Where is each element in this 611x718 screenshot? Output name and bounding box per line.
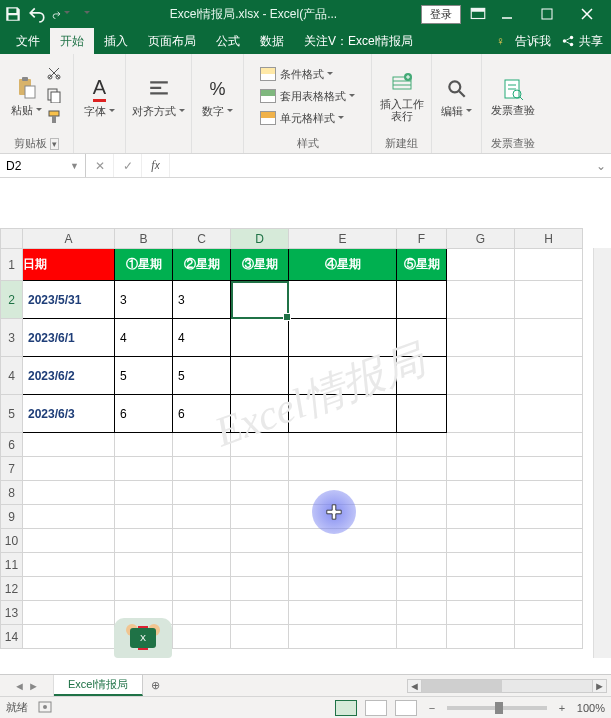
horizontal-scrollbar[interactable]: ◄ ►	[407, 679, 607, 693]
fx-icon[interactable]: fx	[142, 154, 170, 177]
cut-icon[interactable]	[46, 65, 62, 83]
cell[interactable]	[515, 481, 583, 505]
zoom-slider[interactable]	[447, 706, 547, 710]
cell[interactable]	[23, 625, 115, 649]
number-button[interactable]: %数字	[202, 76, 233, 119]
cell[interactable]	[115, 457, 173, 481]
cancel-formula-icon[interactable]: ✕	[86, 154, 114, 177]
undo-icon[interactable]	[28, 5, 46, 23]
cell[interactable]: 5	[115, 357, 173, 395]
cell[interactable]	[515, 249, 583, 281]
row-header[interactable]: 4	[1, 357, 23, 395]
cell[interactable]: 3	[115, 281, 173, 319]
cell[interactable]	[447, 625, 515, 649]
cell[interactable]	[23, 457, 115, 481]
row-header[interactable]: 3	[1, 319, 23, 357]
cell[interactable]	[23, 481, 115, 505]
paste-button[interactable]: 粘贴	[11, 75, 42, 118]
tell-me[interactable]: 告诉我	[515, 33, 551, 50]
cell[interactable]	[397, 281, 447, 319]
cell[interactable]	[173, 529, 231, 553]
cell[interactable]	[23, 529, 115, 553]
cell[interactable]	[231, 457, 289, 481]
tab-formulas[interactable]: 公式	[206, 28, 250, 54]
cell[interactable]	[231, 433, 289, 457]
cell[interactable]	[515, 457, 583, 481]
row-header[interactable]: 7	[1, 457, 23, 481]
cell[interactable]	[289, 395, 397, 433]
row-header[interactable]: 2	[1, 281, 23, 319]
cell[interactable]	[289, 433, 397, 457]
cell[interactable]	[231, 529, 289, 553]
cell[interactable]	[289, 457, 397, 481]
name-box[interactable]: D2 ▼	[0, 154, 86, 177]
cell[interactable]	[397, 529, 447, 553]
cell[interactable]: 2023/6/3	[23, 395, 115, 433]
view-page-break-button[interactable]	[395, 700, 417, 716]
ribbon-display-icon[interactable]	[469, 5, 487, 23]
cell[interactable]	[397, 481, 447, 505]
cell[interactable]	[515, 577, 583, 601]
col-header[interactable]: G	[447, 229, 515, 249]
row-header[interactable]: 13	[1, 601, 23, 625]
cell[interactable]	[515, 281, 583, 319]
col-header[interactable]: F	[397, 229, 447, 249]
select-all-corner[interactable]	[1, 229, 23, 249]
cell[interactable]	[515, 553, 583, 577]
cell[interactable]	[231, 319, 289, 357]
cell[interactable]: ⑤星期	[397, 249, 447, 281]
cell[interactable]	[447, 505, 515, 529]
col-header[interactable]: C	[173, 229, 231, 249]
macro-record-icon[interactable]	[38, 700, 52, 716]
cell[interactable]	[23, 505, 115, 529]
tab-home[interactable]: 开始	[50, 28, 94, 54]
close-button[interactable]	[567, 0, 607, 28]
cell[interactable]	[447, 529, 515, 553]
cell[interactable]	[115, 481, 173, 505]
cell[interactable]	[231, 553, 289, 577]
scroll-right-icon[interactable]: ►	[592, 680, 606, 692]
tab-insert[interactable]: 插入	[94, 28, 138, 54]
cell[interactable]	[515, 319, 583, 357]
cell[interactable]	[231, 505, 289, 529]
cell[interactable]	[397, 601, 447, 625]
cell[interactable]: 3	[173, 281, 231, 319]
col-header[interactable]: D	[231, 229, 289, 249]
formula-input[interactable]	[170, 154, 591, 177]
cell[interactable]	[397, 625, 447, 649]
cell[interactable]	[173, 625, 231, 649]
cell[interactable]: 5	[173, 357, 231, 395]
vertical-scrollbar[interactable]	[593, 248, 611, 658]
cell[interactable]: 2023/5/31	[23, 281, 115, 319]
cell[interactable]	[447, 601, 515, 625]
sheet-tab[interactable]: Excel情报局	[54, 675, 143, 696]
zoom-in-button[interactable]: +	[555, 702, 569, 714]
cell[interactable]	[515, 505, 583, 529]
cell[interactable]	[515, 529, 583, 553]
col-header[interactable]: H	[515, 229, 583, 249]
col-header[interactable]: B	[115, 229, 173, 249]
cell[interactable]: ④星期	[289, 249, 397, 281]
enter-formula-icon[interactable]: ✓	[114, 154, 142, 177]
cell[interactable]	[447, 319, 515, 357]
cell[interactable]: 6	[173, 395, 231, 433]
insert-worksheet-button[interactable]: 插入工作表行	[378, 70, 425, 122]
save-icon[interactable]	[4, 5, 22, 23]
cell[interactable]	[515, 357, 583, 395]
view-page-layout-button[interactable]	[365, 700, 387, 716]
cell[interactable]	[397, 433, 447, 457]
tab-custom[interactable]: 关注V：Excel情报局	[294, 28, 423, 54]
name-box-dropdown-icon[interactable]: ▼	[70, 161, 79, 171]
row-header[interactable]: 11	[1, 553, 23, 577]
login-button[interactable]: 登录	[421, 5, 461, 24]
expand-formula-bar-icon[interactable]: ⌄	[591, 154, 611, 177]
cell[interactable]	[397, 457, 447, 481]
cell[interactable]	[23, 577, 115, 601]
row-header[interactable]: 10	[1, 529, 23, 553]
row-header[interactable]: 1	[1, 249, 23, 281]
cell[interactable]	[515, 395, 583, 433]
cell[interactable]	[173, 481, 231, 505]
font-button[interactable]: A字体	[84, 76, 115, 119]
cell[interactable]	[397, 395, 447, 433]
tell-me-bulb-icon[interactable]: ♀	[496, 34, 505, 48]
